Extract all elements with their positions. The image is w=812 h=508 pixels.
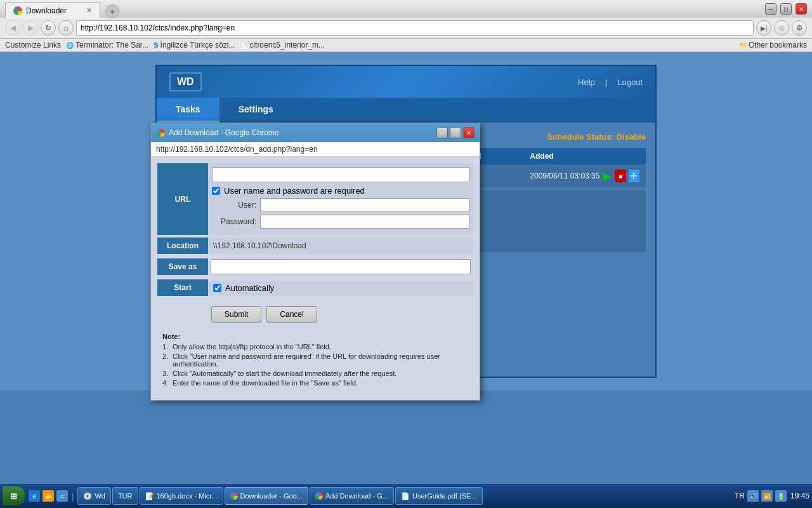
auto-checkbox[interactable] bbox=[213, 284, 221, 292]
tab-favicon bbox=[13, 6, 22, 15]
start-button[interactable]: ⊞ bbox=[3, 486, 25, 505]
active-tab[interactable]: Downloader ✕ bbox=[5, 2, 100, 18]
taskbar-chrome-icon-1 bbox=[230, 492, 238, 500]
cancel-button[interactable]: Cancel bbox=[266, 306, 317, 323]
auth-checkbox[interactable] bbox=[212, 187, 220, 195]
note-item-3: Click "Automatically" to start the downl… bbox=[162, 370, 468, 377]
note-item-2: Click "User name and password are requir… bbox=[162, 352, 468, 368]
taskbar-chrome-icon-2 bbox=[315, 492, 323, 500]
bookmark-terminator-label: Terminator: The Sar... bbox=[75, 41, 148, 50]
start-label: Start bbox=[157, 279, 208, 296]
bookmark-customize[interactable]: Customize Links bbox=[5, 41, 61, 50]
browser-content: WD Help | Logout Tasks Settings Schedule… bbox=[0, 52, 812, 391]
modal-window: Add Download - Google Chrome ─ □ ✕ http:… bbox=[150, 123, 480, 401]
tab-title: Downloader bbox=[26, 6, 67, 15]
modal-title-bar: Add Download - Google Chrome ─ □ ✕ bbox=[151, 123, 480, 142]
taskbar-btn-userguide[interactable]: 📄 UserGuide.pdf (SE... bbox=[395, 487, 483, 505]
note-item-4: Enter the name of the downloaded file in… bbox=[162, 379, 468, 387]
bookmark-sozluk[interactable]: S İngilizce Türkçe sözl... bbox=[154, 41, 235, 50]
bookmarks-bar: Customize Links 🌐 Terminator: The Sar...… bbox=[0, 39, 812, 52]
taskbar-btn-tur[interactable]: TUR bbox=[112, 487, 138, 505]
forward-button[interactable]: ▶ bbox=[23, 20, 38, 36]
save-as-row: Save as bbox=[157, 257, 473, 277]
lang-indicator: TR bbox=[735, 491, 745, 500]
taskbar-btn-downloader-label: Downloader - Goo... bbox=[240, 492, 303, 500]
new-tab-button[interactable]: + bbox=[105, 4, 119, 18]
nav-bar: ◀ ▶ ↻ ⌂ ▶| ☆ ⚙ bbox=[0, 18, 812, 39]
save-as-label: Save as bbox=[157, 258, 208, 275]
cast-button[interactable]: ▶| bbox=[756, 20, 771, 36]
url-input[interactable] bbox=[212, 167, 469, 182]
taskbar: ⊞ e 📁 ▭ | 💽 Wd TUR 📝 160gb.docx - Micr..… bbox=[0, 484, 812, 508]
password-input[interactable] bbox=[260, 215, 469, 229]
wrench-button[interactable]: ⚙ bbox=[792, 20, 807, 36]
taskbar-quick-launch: e 📁 ▭ bbox=[29, 490, 68, 502]
auth-checkbox-label: User name and password are required bbox=[224, 186, 365, 196]
browser-minimize-button[interactable]: ─ bbox=[765, 3, 776, 15]
wd-body: Schedule Status: Disable File Name Size … bbox=[157, 123, 655, 377]
taskbar-btn-userguide-label: UserGuide.pdf (SE... bbox=[412, 492, 477, 500]
bookmark-other[interactable]: 📁 Other bookmarks bbox=[739, 41, 807, 50]
address-bar[interactable] bbox=[76, 20, 754, 36]
modal-title: Add Download - Google Chrome bbox=[169, 128, 278, 137]
taskbar-btn-wd-label: Wd bbox=[95, 492, 105, 500]
url-label: URL bbox=[157, 163, 208, 235]
taskbar-btn-downloader[interactable]: Downloader - Goo... bbox=[225, 487, 308, 505]
taskbar-btn-userguide-icon: 📄 bbox=[401, 492, 410, 500]
location-label: Location bbox=[157, 237, 208, 254]
start-row: Start Automatically bbox=[157, 279, 473, 296]
browser-close-button[interactable]: ✕ bbox=[796, 3, 807, 15]
tab-close-button[interactable]: ✕ bbox=[86, 6, 92, 15]
home-button[interactable]: ⌂ bbox=[58, 20, 74, 36]
button-row: Submit Cancel bbox=[211, 301, 473, 328]
title-bar: Downloader ✕ + ─ □ ✕ bbox=[0, 0, 812, 18]
bookmark-terminator[interactable]: 🌐 Terminator: The Sar... bbox=[66, 41, 148, 50]
help-link[interactable]: Help bbox=[578, 77, 595, 87]
taskbar-btn-wd-icon: 💽 bbox=[83, 492, 92, 500]
tray-battery-icon[interactable]: 🔋 bbox=[775, 490, 787, 502]
browser-chrome: Downloader ✕ + ─ □ ✕ ◀ ▶ ↻ ⌂ ▶| ☆ ⚙ Cust… bbox=[0, 0, 812, 52]
save-as-input[interactable] bbox=[211, 259, 471, 274]
modal-maximize-button[interactable]: □ bbox=[450, 127, 461, 138]
modal-address: http://192.168.10.102/ctcs/dn_add.php?la… bbox=[151, 142, 480, 157]
logout-link[interactable]: Logout bbox=[617, 77, 643, 87]
location-value: \\192.168.10.102\Download bbox=[208, 237, 473, 254]
taskbar-btn-word-label: 160gb.docx - Micr... bbox=[157, 492, 218, 500]
modal-title-left: Add Download - Google Chrome bbox=[156, 128, 278, 137]
taskbar-btn-word[interactable]: 📝 160gb.docx - Micr... bbox=[140, 487, 223, 505]
reload-button[interactable]: ↻ bbox=[41, 20, 56, 36]
start-content: Automatically bbox=[208, 281, 473, 295]
browser-maximize-button[interactable]: □ bbox=[780, 3, 792, 15]
checkbox-row: User name and password are required bbox=[212, 186, 469, 196]
wd-logo: WD bbox=[169, 72, 202, 91]
bookmark-customize-label: Customize Links bbox=[5, 41, 61, 50]
user-input[interactable] bbox=[260, 198, 469, 212]
user-row: User: bbox=[212, 198, 469, 212]
password-label: Password: bbox=[212, 217, 256, 226]
modal-chrome-icon bbox=[156, 128, 165, 137]
back-button[interactable]: ◀ bbox=[5, 20, 20, 36]
taskbar-show-desktop[interactable]: ▭ bbox=[56, 490, 68, 502]
bookmark-other-label: Other bookmarks bbox=[749, 41, 807, 50]
modal-close-button[interactable]: ✕ bbox=[463, 127, 475, 138]
taskbar-btn-wd[interactable]: 💽 Wd bbox=[77, 487, 111, 505]
tray-volume-icon[interactable]: 📶 bbox=[761, 490, 773, 502]
taskbar-btn-tur-label: TUR bbox=[118, 492, 133, 500]
bookmark-citroen[interactable]: 📄 citroenc5_interior_m... bbox=[240, 41, 325, 50]
tray-network-icon[interactable]: 🔊 bbox=[747, 490, 759, 502]
taskbar-time: 19:45 bbox=[790, 491, 809, 500]
taskbar-btn-add-download-label: Add Download - G... bbox=[325, 492, 388, 500]
user-label: User: bbox=[212, 201, 256, 210]
submit-button[interactable]: Submit bbox=[211, 306, 261, 323]
taskbar-btn-add-download[interactable]: Add Download - G... bbox=[310, 487, 394, 505]
note-title: Note: bbox=[162, 333, 468, 340]
url-section: URL User name and password are required … bbox=[157, 163, 473, 235]
location-row: Location \\192.168.10.102\Download bbox=[157, 237, 473, 254]
bookmark-button[interactable]: ☆ bbox=[774, 20, 789, 36]
taskbar-explorer-icon[interactable]: 📁 bbox=[43, 490, 54, 502]
taskbar-divider-1: | bbox=[69, 491, 76, 501]
wd-app: WD Help | Logout Tasks Settings Schedule… bbox=[155, 65, 657, 378]
password-row: Password: bbox=[212, 215, 469, 229]
modal-minimize-button[interactable]: ─ bbox=[436, 127, 448, 138]
taskbar-ie-icon[interactable]: e bbox=[29, 490, 40, 502]
